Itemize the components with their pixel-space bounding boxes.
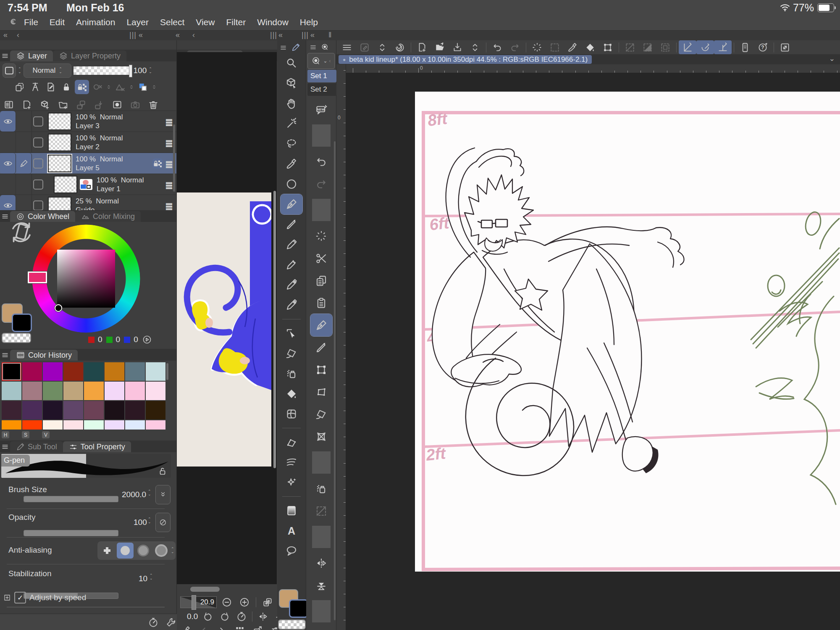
pen-tablet-icon[interactable] — [356, 41, 373, 54]
ruler-x-icon[interactable] — [113, 80, 127, 94]
redo-icon[interactable] — [310, 173, 332, 195]
layer-visibility-toggle[interactable] — [0, 174, 16, 195]
layer-panel-menu-icon[interactable] — [0, 50, 10, 61]
trash-icon[interactable] — [146, 98, 160, 112]
color-swatch[interactable] — [105, 420, 124, 430]
scissors-icon[interactable] — [310, 247, 332, 269]
adjust-by-speed-checkbox[interactable]: ✓ — [14, 592, 26, 604]
updown-icon[interactable] — [466, 41, 484, 54]
new-layer-icon[interactable] — [20, 98, 34, 112]
color-swatch[interactable] — [105, 401, 124, 419]
free-transform-icon[interactable] — [310, 381, 332, 403]
aa-none-option[interactable] — [99, 543, 116, 559]
color-swatch[interactable] — [105, 362, 124, 381]
sub-view-control[interactable] — [256, 597, 256, 607]
alpha-lock-icon[interactable] — [75, 80, 89, 94]
menu-item[interactable]: Select — [160, 17, 184, 27]
panel-collapse-handle[interactable]: « — [278, 31, 283, 40]
invert-selection-icon[interactable] — [639, 41, 656, 54]
eyedropper-icon[interactable] — [564, 41, 581, 54]
aa-medium-option[interactable] — [135, 543, 152, 559]
ink-pen-tool-icon[interactable] — [281, 235, 302, 255]
object-3d-tool-icon[interactable] — [281, 73, 302, 93]
set-tab[interactable]: Set 1 — [307, 70, 336, 82]
expand-plus-icon[interactable] — [3, 594, 11, 601]
redo-icon[interactable] — [506, 41, 524, 54]
polyline-tool-icon[interactable] — [281, 432, 302, 452]
color-swatch[interactable] — [125, 420, 145, 430]
layer-visibility-toggle[interactable] — [0, 132, 16, 153]
quick-access-item[interactable] — [312, 124, 331, 147]
color-swatch[interactable] — [22, 362, 42, 381]
undo-icon[interactable] — [488, 41, 506, 54]
camera-icon[interactable] — [128, 98, 142, 112]
new-folder-icon[interactable] — [56, 98, 70, 112]
layer-visibility-toggle[interactable] — [0, 153, 16, 174]
lock-open-icon[interactable] — [158, 466, 168, 476]
color-swatch[interactable] — [125, 382, 145, 400]
reset-rotation-icon[interactable] — [235, 610, 248, 623]
copy-icon[interactable] — [310, 269, 332, 292]
toolbar-button[interactable] — [619, 42, 619, 53]
menu-item[interactable]: Help — [300, 17, 318, 27]
tool-property-menu-icon[interactable] — [0, 441, 10, 452]
tabbar-collapse-icon[interactable]: ⌄ — [829, 54, 835, 63]
sub-view-vscrollbar[interactable] — [273, 191, 276, 468]
next-icon[interactable] — [215, 625, 228, 630]
clip-studio-logo-icon[interactable] — [8, 16, 18, 27]
hue-ring-selector[interactable] — [28, 272, 47, 283]
thumb-steppers[interactable]: ⌃⌄ — [18, 68, 21, 74]
quick-access-item[interactable] — [312, 451, 331, 474]
snap-grid-icon[interactable] — [714, 40, 732, 54]
hand-tool-icon[interactable] — [281, 93, 302, 113]
tab-color-history[interactable]: Color History — [10, 350, 78, 361]
layer-edit-indicator[interactable] — [16, 111, 32, 132]
brush-tool-icon[interactable] — [281, 214, 302, 235]
pen-tool-icon[interactable] — [281, 194, 302, 214]
tool-column-menu-icon[interactable] — [280, 44, 287, 51]
updown-icon[interactable] — [373, 41, 391, 54]
merge-down-icon[interactable] — [92, 98, 106, 112]
flip-h-icon[interactable] — [257, 610, 269, 623]
layer-row-menu-icon[interactable]: ▬▬▬ — [166, 118, 172, 125]
layer-list-scrollbar[interactable] — [173, 124, 175, 192]
toolbar-button[interactable] — [734, 42, 734, 53]
main-transparent-chip[interactable] — [278, 619, 306, 630]
bucket-icon[interactable] — [581, 41, 599, 54]
history-clock-icon[interactable] — [148, 617, 159, 628]
toolbar-button[interactable] — [774, 42, 774, 53]
eyedropper-tool-icon[interactable] — [281, 154, 302, 174]
quick-access-item[interactable] — [312, 199, 331, 221]
brush-tool-icon[interactable] — [310, 336, 332, 358]
layer-row[interactable]: 100 % Normal Layer 1 ▬▬▬ — [0, 174, 176, 195]
menu-item[interactable]: View — [196, 17, 215, 27]
textured-pen-tool-icon[interactable] — [281, 255, 302, 275]
quick-access-set-dropdown[interactable]: ⌄‹ — [307, 53, 335, 69]
list-view-icon[interactable] — [2, 98, 16, 112]
hsv-button[interactable]: H — [2, 431, 9, 438]
color-history-scrollbar[interactable] — [166, 363, 168, 380]
tab-layer[interactable]: Layer — [10, 50, 53, 61]
document-tab[interactable]: ● beta kid lineup* (18.00 x 10.00in 350d… — [339, 55, 592, 64]
lock-icon[interactable] — [59, 80, 74, 94]
opacity-dynamics-button[interactable] — [155, 513, 171, 532]
main-background-swatch[interactable] — [289, 599, 308, 618]
tool[interactable] — [282, 428, 301, 428]
color-swatch[interactable] — [22, 420, 42, 430]
aa-steppers[interactable]: ⌃⌄ — [171, 548, 174, 554]
mask-pen-icon[interactable] — [44, 80, 58, 94]
panel-collapse-handle[interactable]: « — [3, 31, 8, 40]
gradient-tool-icon[interactable] — [281, 501, 302, 521]
menu-item[interactable]: Edit — [50, 17, 65, 27]
tab-color-mixing[interactable]: Color Mixing — [75, 211, 141, 222]
color-swatch[interactable] — [2, 420, 21, 430]
layer-checkbox[interactable] — [32, 132, 45, 153]
brush-size-slider[interactable] — [24, 496, 118, 502]
layer-thumbnail[interactable] — [48, 113, 71, 130]
toolbar-button[interactable] — [526, 42, 526, 53]
color-swatch[interactable] — [84, 401, 104, 419]
new-3d-layer-icon[interactable] — [38, 98, 52, 112]
spray-tool-icon[interactable] — [281, 364, 302, 384]
layer-thumb-size-button[interactable] — [3, 63, 16, 78]
fit-screen-icon[interactable] — [261, 596, 274, 609]
